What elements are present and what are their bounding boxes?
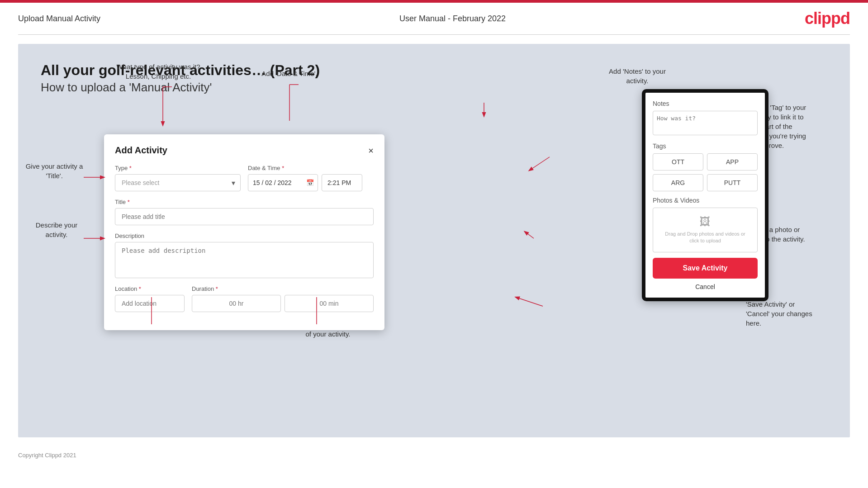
date-time-group: Date & Time * 📅 (248, 165, 374, 191)
tags-grid: OTT APP ARG PUTT (653, 153, 758, 191)
main-content: All your golf-relevant activities… (Part… (18, 44, 850, 437)
copyright-text: Copyright Clippd 2021 (18, 452, 76, 459)
annotation-describe: Describe youractivity. (23, 220, 90, 239)
tag-app[interactable]: APP (707, 153, 758, 171)
dialog-header: Add Activity × (115, 145, 374, 156)
title-field-label: Title * (115, 199, 374, 205)
header: Upload Manual Activity User Manual - Feb… (0, 3, 868, 34)
form-row-location-duration: Location * Duration * (115, 285, 374, 312)
duration-label: Duration * (192, 285, 374, 292)
phone-notes-label: Notes (653, 100, 758, 107)
phone-tags-label: Tags (653, 142, 758, 150)
header-divider (18, 34, 850, 35)
annotation-date-time: Add 'Date & Time'. (249, 69, 330, 78)
annotation-activity-type: What type of activity was it?Lesson, Chi… (109, 62, 208, 81)
date-input[interactable] (248, 175, 303, 191)
tag-putt[interactable]: PUTT (707, 174, 758, 191)
svg-line-13 (516, 297, 543, 306)
svg-line-11 (529, 157, 550, 171)
type-label: Type * (115, 165, 241, 171)
form-row-description: Description (115, 232, 374, 278)
date-time-inputs: 📅 (248, 174, 374, 191)
time-input[interactable] (322, 174, 362, 191)
form-row-title: Title * (115, 199, 374, 225)
photo-icon: 🖼 (660, 215, 750, 228)
title-input[interactable] (115, 208, 374, 225)
phone-panel: Notes Tags OTT APP ARG PUTT Photos & Vid… (642, 89, 768, 301)
type-select-wrapper: Please select (115, 174, 241, 191)
annotation-title: Give your activity a'Title'. (18, 161, 90, 180)
calendar-icon: 📅 (303, 175, 318, 191)
duration-inputs (192, 295, 374, 312)
duration-min-input[interactable] (285, 295, 374, 312)
type-group: Type * Please select (115, 165, 241, 191)
description-textarea[interactable] (115, 242, 374, 278)
header-left-text: Upload Manual Activity (18, 14, 100, 24)
location-input[interactable] (115, 295, 185, 312)
description-label: Description (115, 232, 374, 239)
tag-ott[interactable]: OTT (653, 153, 703, 171)
photos-drop-zone[interactable]: 🖼 Drag and Drop photos and videos or cli… (653, 208, 758, 252)
annotation-save-cancel: 'Save Activity' or'Cancel' your changesh… (746, 299, 845, 328)
dialog-close-button[interactable]: × (368, 146, 374, 155)
add-activity-dialog: Add Activity × Type * Please select Date… (104, 134, 384, 330)
date-input-group: 📅 (248, 174, 318, 191)
cancel-link[interactable]: Cancel (653, 283, 758, 290)
form-row-type-date: Type * Please select Date & Time * 📅 (115, 165, 374, 191)
annotation-notes: Add 'Notes' to youractivity. (597, 66, 678, 85)
type-select[interactable]: Please select (115, 174, 241, 191)
dialog-title: Add Activity (115, 145, 167, 156)
header-center-text: User Manual - February 2022 (399, 14, 506, 24)
phone-notes-input[interactable] (653, 111, 758, 135)
clippd-logo: clippd (805, 9, 850, 28)
tag-arg[interactable]: ARG (653, 174, 703, 191)
title-group: Title * (115, 199, 374, 225)
footer: Copyright Clippd 2021 (0, 446, 868, 464)
description-group: Description (115, 232, 374, 278)
date-time-label: Date & Time * (248, 165, 374, 171)
photos-drop-text: Drag and Drop photos and videos or click… (660, 231, 750, 245)
save-activity-button[interactable]: Save Activity (653, 258, 758, 279)
duration-hr-input[interactable] (192, 295, 281, 312)
svg-line-12 (525, 232, 534, 238)
location-group: Location * (115, 285, 185, 312)
location-label: Location * (115, 285, 185, 292)
phone-photos-label: Photos & Videos (653, 197, 758, 204)
duration-group: Duration * (192, 285, 374, 312)
